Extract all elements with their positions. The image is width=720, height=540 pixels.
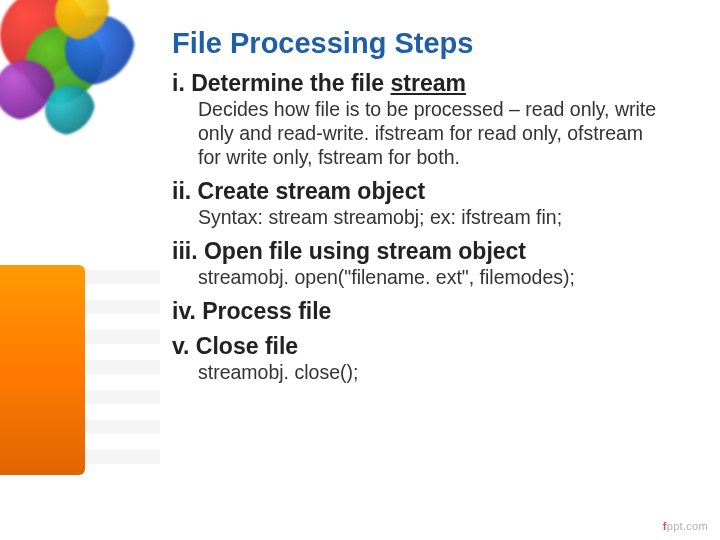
step-2-heading: ii. Create stream object	[172, 178, 692, 204]
step-1-heading-prefix: i. Determine the file	[172, 70, 391, 96]
step-3-heading: iii. Open file using stream object	[172, 238, 692, 264]
slide-title: File Processing Steps	[172, 28, 692, 60]
step-1-heading: i. Determine the file stream	[172, 70, 692, 96]
decor-swirl-cyan	[45, 85, 95, 135]
step-5-heading: v. Close file	[172, 333, 692, 359]
step-4-heading: iv. Process file	[172, 298, 692, 324]
decor-side-block	[0, 265, 85, 475]
step-2-body: Syntax: stream streamobj; ex: ifstream f…	[198, 206, 668, 230]
step-1-heading-underlined: stream	[391, 70, 466, 96]
footer-brand-rest: ppt.com	[667, 520, 708, 532]
step-1-body: Decides how file is to be processed – re…	[198, 98, 668, 169]
slide-content: File Processing Steps i. Determine the f…	[172, 28, 692, 391]
step-5-body: streamobj. close();	[198, 361, 668, 385]
footer-brand: fppt.com	[663, 520, 708, 532]
decor-shadow-bands	[85, 270, 160, 470]
decorative-corner-art	[0, 0, 170, 170]
step-3-body: streamobj. open("filename. ext", filemod…	[198, 266, 668, 290]
